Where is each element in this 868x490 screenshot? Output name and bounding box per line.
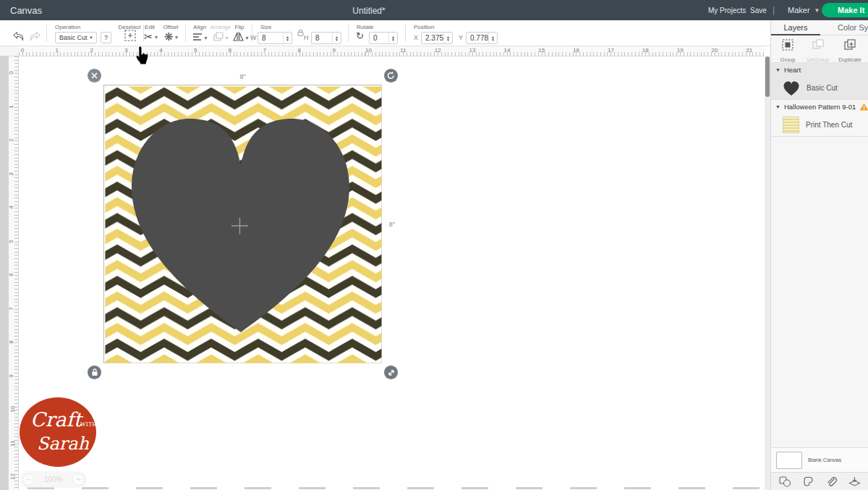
edit-toolbar: Operation Basic Cut ▼ ? Deselect Edit ✂▼… bbox=[0, 20, 770, 46]
panel-actions: Group UnGroup Duplicate bbox=[771, 35, 868, 63]
y-position-input[interactable]: 0.778 ▲▼ bbox=[466, 32, 498, 44]
ruler-number: 0 bbox=[21, 47, 24, 54]
height-input[interactable]: 8 ▲▼ bbox=[311, 32, 341, 44]
group-button[interactable]: Group bbox=[775, 39, 800, 64]
rotate-icon[interactable]: ↻ bbox=[356, 30, 364, 41]
machine-name: Maker bbox=[788, 6, 810, 14]
layer-group-header[interactable]: ▼ Heart bbox=[771, 63, 868, 77]
x-stepper[interactable]: ▲▼ bbox=[443, 33, 452, 43]
logo-word-with: with bbox=[80, 421, 97, 428]
align-icon[interactable]: ▼ bbox=[192, 31, 208, 43]
layer-item-pattern[interactable]: Print Then Cut bbox=[771, 114, 868, 136]
ruler-corner bbox=[0, 46, 19, 56]
slice-icon[interactable] bbox=[779, 476, 791, 487]
rotate-handle[interactable] bbox=[384, 69, 398, 83]
ruler-number: 10 bbox=[365, 47, 372, 54]
duplicate-button[interactable]: Duplicate bbox=[838, 39, 862, 64]
ruler-horizontal: 0123456789101112131415161718192021 bbox=[19, 46, 765, 56]
mouse-cursor-hand bbox=[134, 46, 149, 69]
size-lock-icon[interactable] bbox=[297, 26, 304, 39]
layer-group-heart[interactable]: ▼ Heart Basic Cut bbox=[771, 63, 868, 99]
ruler-number: 5 bbox=[194, 47, 197, 54]
height-stepper[interactable]: ▲▼ bbox=[332, 33, 341, 43]
rotate-input[interactable]: 0 ▲▼ bbox=[369, 32, 398, 44]
make-it-button[interactable]: Make It bbox=[822, 3, 868, 17]
panel-tabs: Layers Color Sync bbox=[771, 20, 868, 35]
layers-panel: Layers Color Sync Group UnGroup Duplicat… bbox=[770, 20, 868, 490]
resize-handle[interactable] bbox=[384, 366, 398, 379]
layer-name: Halloween Pattern 9-01 bbox=[784, 103, 856, 111]
deselect-handle[interactable] bbox=[88, 69, 101, 83]
heart-pattern-image[interactable] bbox=[104, 85, 383, 364]
operation-label: Operation bbox=[55, 24, 80, 30]
ruler-number: 8 bbox=[8, 340, 14, 343]
layer-item-heart[interactable]: Basic Cut bbox=[771, 77, 868, 99]
ruler-number: 14 bbox=[503, 47, 510, 54]
topbar-separator: | bbox=[773, 5, 775, 15]
ruler-number: 11 bbox=[400, 47, 406, 54]
y-position-value: 0.778 bbox=[467, 34, 488, 42]
attach-icon[interactable] bbox=[825, 476, 838, 487]
y-label: Y bbox=[459, 34, 463, 41]
help-label: ? bbox=[104, 34, 108, 41]
tab-color-sync[interactable]: Color Sync bbox=[838, 23, 868, 32]
ruler-number: 2 bbox=[8, 138, 14, 141]
x-position-value: 2.375 bbox=[422, 34, 443, 42]
deselect-icon[interactable] bbox=[124, 30, 136, 43]
help-button[interactable]: ? bbox=[101, 32, 111, 43]
blank-canvas-row[interactable]: Blank Canvas bbox=[771, 447, 868, 472]
zoom-out-button[interactable]: − bbox=[22, 473, 35, 486]
layer-type-label: Basic Cut bbox=[807, 84, 838, 92]
undo-icon[interactable] bbox=[13, 31, 25, 43]
width-value: 8 bbox=[258, 34, 266, 42]
ruler-number: 1 bbox=[56, 47, 59, 54]
ruler-number: 5 bbox=[8, 240, 14, 242]
horizontal-scrollbar[interactable] bbox=[0, 487, 765, 489]
pattern-thumbnail bbox=[783, 117, 799, 133]
flip-label: Flip bbox=[230, 24, 249, 30]
offset-label: Offset bbox=[158, 24, 184, 30]
height-value: 8 bbox=[312, 34, 320, 42]
x-label: X bbox=[414, 34, 418, 41]
operation-dropdown[interactable]: Basic Cut ▼ bbox=[55, 32, 97, 43]
ruler-number: 18 bbox=[642, 47, 649, 54]
offset-icon[interactable]: ❋▼ bbox=[164, 30, 179, 43]
layer-group-halloween-pattern[interactable]: ▼ Halloween Pattern 9-01 Print Then Cut bbox=[771, 100, 868, 136]
weld-icon[interactable] bbox=[802, 476, 814, 487]
operation-value: Basic Cut bbox=[59, 34, 88, 41]
ruler-number: 6 bbox=[8, 273, 14, 276]
ruler-number: 10 bbox=[9, 406, 16, 413]
width-stepper[interactable]: ▲▼ bbox=[283, 33, 292, 43]
caret-down-icon[interactable]: ▼ bbox=[775, 67, 780, 72]
flatten-icon[interactable] bbox=[848, 476, 861, 487]
rotate-stepper[interactable]: ▲▼ bbox=[388, 33, 397, 43]
edit-scissors-icon[interactable]: ✂▼ bbox=[144, 30, 159, 43]
heart-layer-icon bbox=[783, 80, 800, 96]
blank-canvas-swatch[interactable] bbox=[776, 452, 802, 469]
lock-handle[interactable] bbox=[88, 366, 101, 379]
save-link[interactable]: Save bbox=[750, 7, 767, 14]
layer-group-header[interactable]: ▼ Halloween Pattern 9-01 bbox=[771, 100, 868, 114]
h-label: H bbox=[304, 34, 309, 41]
machine-selector[interactable]: Maker ▼ bbox=[788, 6, 820, 14]
my-projects-link[interactable]: My Projects bbox=[708, 7, 746, 14]
zoom-in-button[interactable]: + bbox=[72, 473, 85, 486]
ruler-number: 8 bbox=[298, 47, 301, 54]
ruler-number: 1 bbox=[8, 105, 14, 108]
width-input[interactable]: 8 ▲▼ bbox=[258, 32, 292, 44]
y-stepper[interactable]: ▲▼ bbox=[488, 33, 497, 43]
flip-icon[interactable]: ▼ bbox=[233, 31, 250, 43]
zoom-control[interactable]: − 100% + bbox=[20, 471, 87, 488]
vertical-scrollbar[interactable] bbox=[765, 56, 770, 490]
selection-bounding-box[interactable]: 8" 8" bbox=[103, 85, 382, 363]
logo-word-craft: Craft bbox=[30, 408, 82, 431]
caret-down-icon[interactable]: ▼ bbox=[775, 104, 780, 109]
ruler-number: 3 bbox=[124, 47, 127, 54]
ruler-number: 12 bbox=[9, 473, 16, 480]
x-position-input[interactable]: 2.375 ▲▼ bbox=[421, 32, 453, 44]
blank-canvas-label: Blank Canvas bbox=[808, 457, 841, 463]
vertical-scrollbar-thumb[interactable] bbox=[765, 56, 770, 97]
tab-layers[interactable]: Layers bbox=[771, 23, 820, 32]
layer-type-label: Print Then Cut bbox=[806, 121, 852, 129]
ruler-number: 0 bbox=[8, 71, 14, 74]
